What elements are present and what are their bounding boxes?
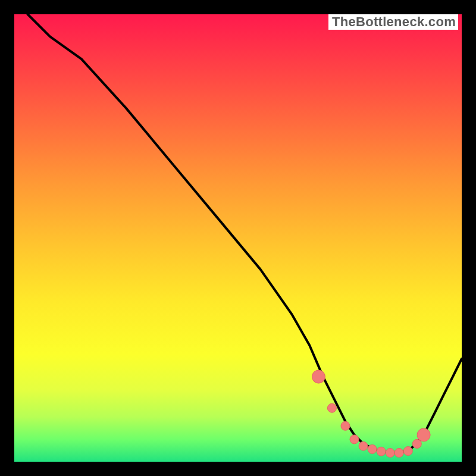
chart-frame: TheBottleneck.com	[0, 0, 476, 476]
data-marker	[403, 447, 412, 456]
plot-area: TheBottleneck.com	[14, 14, 462, 462]
data-marker	[386, 449, 394, 458]
data-marker	[417, 428, 430, 441]
data-marker	[359, 441, 368, 450]
bottleneck-curve	[14, 14, 462, 453]
data-marker	[312, 370, 325, 383]
data-marker	[350, 435, 359, 444]
data-marker	[341, 421, 350, 430]
chart-svg	[14, 14, 462, 462]
data-marker	[368, 444, 377, 453]
data-marker	[377, 447, 386, 456]
data-marker	[327, 403, 336, 412]
data-marker	[394, 449, 403, 458]
